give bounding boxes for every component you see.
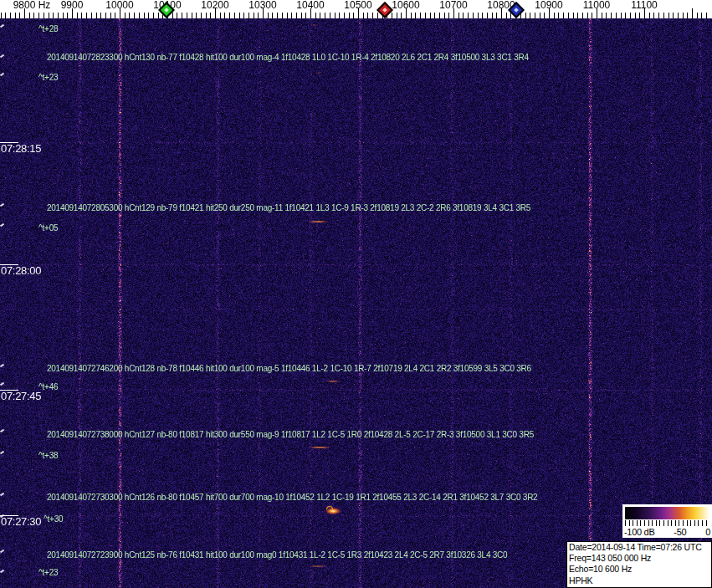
detection-log-line: 20140914072805300 hCnt129 nb-79 f10421 h… <box>47 203 530 212</box>
time-offset-caret: ^t+46 <box>38 382 58 391</box>
freq-label: 11100 <box>631 0 658 10</box>
freq-label: 11000 <box>583 0 610 10</box>
color-gradient-bar <box>625 507 709 519</box>
freq-label: 10700 <box>439 0 467 10</box>
time-offset-caret: ^t+23 <box>38 568 58 577</box>
legend-db-mid-label: -50 <box>674 527 686 537</box>
legend-tick-ruler <box>625 520 709 526</box>
marker-core <box>164 8 169 13</box>
detection-log-line: 20140914072823300 hCnt130 nb-77 f10428 h… <box>47 53 529 62</box>
freq-label: 10300 <box>248 0 276 10</box>
time-offset-caret: ^t+23 <box>38 73 58 82</box>
detection-log-line: 20140914072730300 hCnt126 nb-80 f10457 h… <box>47 493 537 502</box>
detection-log-line: 20140914072723900 hCnt125 nb-76 f10431 h… <box>47 550 507 560</box>
freq-label: 9900 <box>61 0 84 10</box>
marker-core <box>382 8 387 13</box>
time-offset-caret: ^t+28 <box>38 24 58 33</box>
time-label: 07:28:00 <box>1 265 41 276</box>
time-offset-caret: ^t+05 <box>38 223 58 233</box>
marker-core <box>514 8 519 13</box>
spectrogram-app-window: 9800 Hz 9900 10000 10100 10200 10300 104… <box>0 0 712 588</box>
info-date-time: Date=2014-09-14 Time=07:26 UTC <box>569 542 711 553</box>
legend-db-min-label: -100 dB <box>624 527 654 537</box>
freq-label: 10400 <box>296 0 324 10</box>
freq-label: 10900 <box>535 0 562 10</box>
info-frequency: Freq=143 050 000 Hz <box>569 553 711 564</box>
freq-label: 10200 <box>201 0 228 10</box>
observation-info-box: Date=2014-09-14 Time=07:26 UTC Freq=143 … <box>566 541 712 588</box>
detection-log-line: 20140914072746200 hCnt128 nb-78 f10446 h… <box>47 364 531 373</box>
detection-log-line: 20140914072738000 hCnt127 nb-80 f10817 h… <box>47 430 534 439</box>
freq-label: 10000 <box>105 0 133 10</box>
time-label: 07:27:45 <box>1 391 41 401</box>
info-station-code: HPHK <box>569 575 711 586</box>
time-offset-caret: ^t+38 <box>38 451 58 460</box>
time-label: 07:28:15 <box>1 143 41 154</box>
freq-label: 9800 Hz <box>13 0 51 10</box>
db-color-scale-legend: -100 dB -50 0 <box>622 504 712 538</box>
freq-label: 10500 <box>344 0 371 10</box>
freq-label: 10600 <box>392 0 419 10</box>
legend-db-max-label: 0 <box>705 527 710 537</box>
info-echo: Echo=10 600 Hz <box>569 564 711 575</box>
time-offset-caret: ^t+30 <box>44 514 63 524</box>
time-label: 07:27:30 <box>1 516 41 527</box>
